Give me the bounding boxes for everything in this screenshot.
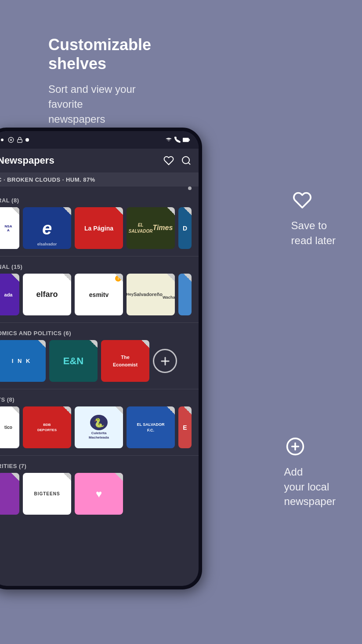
newspaper-en[interactable]: E&N bbox=[49, 340, 98, 382]
divider-1 bbox=[0, 256, 199, 256]
newspaper-diario[interactable]: NSAA bbox=[0, 207, 19, 249]
newspaper-partial-e[interactable]: E bbox=[178, 406, 192, 448]
newspaper-deportes[interactable]: BDBDEPORTES bbox=[23, 406, 71, 448]
svg-point-9 bbox=[182, 157, 189, 164]
slide-indicator bbox=[0, 187, 199, 190]
svg-rect-8 bbox=[183, 139, 187, 142]
svg-point-3 bbox=[1, 139, 4, 141]
heart-icon bbox=[291, 189, 313, 211]
status-bar bbox=[0, 131, 199, 149]
status-left-icons bbox=[0, 137, 29, 143]
add-feature-label: Addyour localnewspaper bbox=[284, 465, 336, 509]
section-general: RAL (8) NSAA e elsalvador La bbox=[0, 192, 199, 254]
newspaper-entrada[interactable]: ada bbox=[0, 274, 19, 315]
app-header-icons[interactable] bbox=[163, 155, 192, 166]
newspaper-row-economics: I N K E&N TheEconomist bbox=[0, 340, 199, 385]
newspaper-elsalvador[interactable]: e elsalvador bbox=[23, 207, 71, 249]
content-area: RAL (8) NSAA e elsalvador La bbox=[0, 192, 199, 520]
divider-3 bbox=[0, 389, 199, 389]
section-celebrities-title: RITIES (7) bbox=[0, 463, 199, 473]
newspaper-economist[interactable]: TheEconomist bbox=[101, 340, 149, 382]
divider-2 bbox=[0, 322, 199, 323]
newspaper-pink[interactable]: ♥ bbox=[75, 473, 123, 515]
save-feature-label: Save toread later bbox=[291, 218, 336, 248]
app-header: Newspapers bbox=[0, 149, 199, 173]
phone-outer: Newspapers C · BROKEN CLOUDS · HUM. 87% bbox=[0, 128, 202, 589]
page-title: Customizable shelves bbox=[48, 35, 142, 73]
status-dot bbox=[25, 138, 29, 142]
status-right-icons bbox=[165, 136, 190, 143]
phone-mockup: Newspapers C · BROKEN CLOUDS · HUM. 87% bbox=[0, 128, 206, 644]
slide-dot bbox=[188, 187, 192, 190]
newspaper-culebrita[interactable]: 🐍 CulebritaMacheteada bbox=[75, 406, 123, 448]
section-general-title: RAL (8) bbox=[0, 197, 199, 207]
newspaper-ink[interactable]: I N K bbox=[0, 340, 46, 382]
section-economics: OMICS AND POLITICS (6) I N K E&N TheEcon… bbox=[0, 325, 199, 387]
feature-add: Addyour localnewspaper bbox=[284, 435, 336, 509]
phone-screen: Newspapers C · BROKEN CLOUDS · HUM. 87% bbox=[0, 131, 199, 586]
newspaper-svfc[interactable]: EL SALVADORF.C. bbox=[127, 406, 175, 448]
header-section: Customizable shelves Sort and view yourf… bbox=[48, 35, 142, 126]
section-sports: TS (8) tico BDBDEPORTES bbox=[0, 391, 199, 454]
newspaper-row-national: ada elfaro esmitv ! HeySalv bbox=[0, 274, 199, 319]
section-economics-title: OMICS AND POLITICS (6) bbox=[0, 330, 199, 340]
newspaper-row-celebrities: BIGTEENS ♥ bbox=[0, 473, 199, 518]
newspaper-times[interactable]: EL SALVADORTimes bbox=[127, 207, 175, 249]
newspaper-wacha[interactable]: HeySalvadoreñoWacha bbox=[127, 274, 175, 315]
newspaper-row-general: NSAA e elsalvador La Página bbox=[0, 207, 199, 252]
plus-circle-icon bbox=[284, 435, 306, 457]
section-sports-title: TS (8) bbox=[0, 396, 199, 406]
newspaper-row-sports: tico BDBDEPORTES 🐍 Culeb bbox=[0, 406, 199, 452]
newspaper-partial-d[interactable]: D bbox=[178, 207, 192, 249]
newspaper-esmitv[interactable]: esmitv ! bbox=[75, 274, 123, 315]
newspaper-tico[interactable]: tico bbox=[0, 406, 19, 448]
heart-header-icon[interactable] bbox=[163, 155, 174, 166]
add-more-button[interactable] bbox=[153, 349, 177, 373]
newspaper-elfaro[interactable]: elfaro bbox=[23, 274, 71, 315]
newspaper-lapagina[interactable]: La Página bbox=[75, 207, 123, 249]
weather-bar: C · BROKEN CLOUDS · HUM. 87% bbox=[0, 173, 199, 187]
newspaper-bigteens[interactable]: BIGTEENS bbox=[23, 473, 71, 515]
app-title-label: Newspapers bbox=[0, 155, 54, 166]
newspaper-purple[interactable] bbox=[0, 473, 19, 515]
page-subtitle: Sort and view yourfavorite newspapers bbox=[48, 82, 142, 126]
section-national-title: NAL (15) bbox=[0, 263, 199, 274]
svg-point-4 bbox=[8, 137, 14, 143]
feature-save: Save toread later bbox=[291, 189, 336, 248]
section-celebrities: RITIES (7) BIGTEENS ♥ bbox=[0, 457, 199, 520]
section-national: NAL (15) ada elfaro esmitv ! bbox=[0, 258, 199, 321]
newspaper-partial-blue[interactable] bbox=[178, 274, 192, 315]
svg-point-5 bbox=[10, 139, 12, 141]
divider-4 bbox=[0, 455, 199, 456]
search-header-icon[interactable] bbox=[181, 155, 192, 166]
esmitv-badge: ! bbox=[115, 275, 121, 282]
svg-rect-6 bbox=[18, 139, 22, 142]
